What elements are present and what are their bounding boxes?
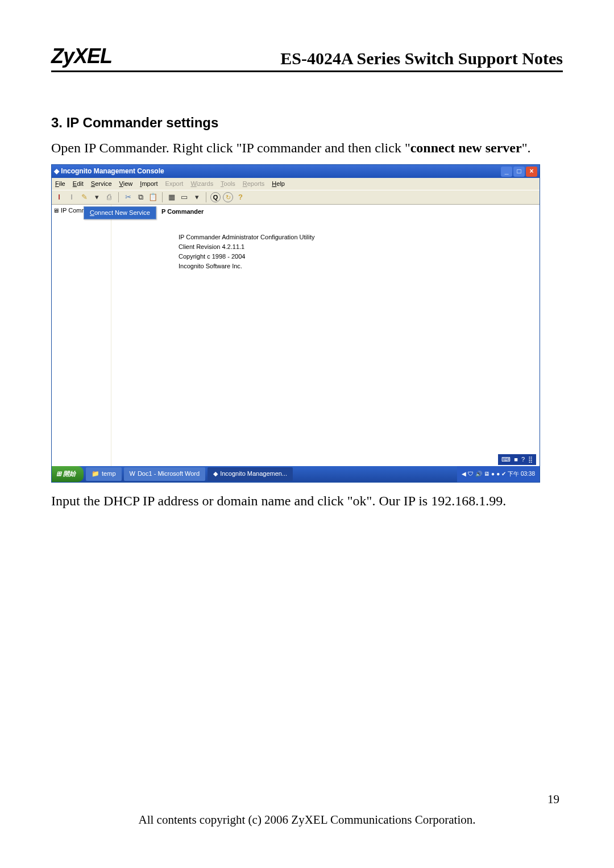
folder-icon: 📁 [92, 469, 99, 479]
toolbar: I I ✎ ▾ ⎙ ✂ ⧉ 📋 ▦ ▭ ▾ Q ↻ ? [52, 190, 540, 205]
content-pane: P Commander IP Commander Administrator C… [111, 205, 540, 466]
maximize-button[interactable]: □ [513, 167, 525, 177]
client-area: 🖥 IP Commander Connect New Service P Com… [52, 205, 540, 466]
content-line2: Client Revision 4.2.11.1 [179, 242, 535, 252]
content-line4: Incognito Software Inc. [179, 261, 535, 271]
opts-icon[interactable]: ⣿ [528, 455, 533, 464]
menu-import[interactable]: Import [140, 180, 157, 187]
menu-reports: Reports [243, 180, 265, 187]
tray-icon5[interactable]: ● [491, 470, 495, 479]
document-page: ZyXEL ES-4024A Series Switch Support Not… [0, 0, 614, 868]
tool-doc-icon[interactable]: ▭ [179, 192, 189, 202]
menu-edit[interactable]: Edit [73, 180, 84, 187]
tool-refresh-icon[interactable]: ↻ [223, 192, 233, 202]
content-line1: IP Commander Administrator Configuration… [179, 232, 535, 242]
toolbar-sep3 [206, 192, 206, 202]
tray-icon7[interactable]: ✔ [501, 470, 506, 479]
windows-icon: ⊞ [56, 469, 61, 479]
language-bar[interactable]: ⌨ ■ ? ⣿ [498, 454, 536, 465]
tool-server2-icon[interactable]: I [67, 192, 77, 202]
taskbar: ⊞ 開始 📁 temp W Doc1 - Microsoft Word ◆ In… [52, 466, 540, 482]
doc-title: ES-4024A Series Switch Support Notes [280, 49, 563, 68]
content-title: P Commander [161, 207, 535, 217]
tray-time: 下午 03:38 [508, 470, 535, 479]
p1-text-b: connect new server [410, 140, 522, 155]
toolbar-sep [118, 192, 119, 202]
ime-icon[interactable]: ⌨ [501, 455, 511, 464]
toolbar-sep2 [162, 192, 163, 202]
host-icon: 🖥 [53, 206, 59, 215]
page-footer: All contents copyright (c) 2006 ZyXEL Co… [0, 813, 614, 827]
tray-icon6[interactable]: ● [496, 470, 500, 479]
paragraph-2: Input the DHCP IP address or domain name… [51, 491, 563, 512]
p1-text-c: ". [522, 140, 531, 155]
system-tray[interactable]: ◀ 🛡 🔊 🖥 ● ● ✔ 下午 03:38 [457, 466, 540, 482]
taskbar-btn-incognito[interactable]: ◆ Incognito Managemen... [208, 467, 293, 480]
tool-dd-icon[interactable]: ▾ [192, 192, 202, 202]
taskbar-btn1-label: temp [102, 469, 115, 479]
tool-copy-icon[interactable]: ⧉ [135, 192, 146, 202]
tool-help-icon[interactable]: ? [235, 192, 246, 202]
kb-icon[interactable]: ■ [514, 455, 518, 464]
window-titlebar[interactable]: ◆ Incognito Management Console _ □ × [52, 165, 540, 178]
menu-view[interactable]: View [119, 180, 133, 187]
tool-folder-icon[interactable]: ✎ [79, 192, 89, 202]
tray-icon2[interactable]: 🛡 [468, 470, 474, 479]
window-title: Incognito Management Console [61, 166, 164, 177]
start-button[interactable]: ⊞ 開始 [52, 466, 84, 482]
tool-server-icon[interactable]: I [54, 192, 64, 202]
menu-wizards: Wizards [190, 180, 213, 187]
app-icon: ◆ [213, 469, 218, 479]
taskbar-btn2-label: Doc1 - Microsoft Word [138, 469, 200, 479]
window-icon: ◆ [54, 166, 59, 177]
tool-print-icon[interactable]: ⎙ [104, 192, 114, 202]
tool-dropdown-icon[interactable]: ▾ [92, 192, 102, 202]
menu-file[interactable]: File [55, 180, 65, 187]
menu-tools: Tools [221, 180, 235, 187]
menu-help[interactable]: Help [272, 180, 285, 187]
app-window: ◆ Incognito Management Console _ □ × Fil… [51, 164, 540, 483]
context-connect-item[interactable]: Connect New Service [84, 207, 156, 219]
taskbar-btn3-label: Incognito Managemen... [220, 469, 287, 479]
tool-cut-icon[interactable]: ✂ [123, 192, 133, 202]
embedded-screenshot: ◆ Incognito Management Console _ □ × Fil… [51, 164, 540, 483]
content-line3: Copyright c 1998 - 2004 [179, 252, 535, 261]
tray-icon4[interactable]: 🖥 [484, 470, 489, 479]
tray-icon[interactable]: ◀ [462, 470, 466, 479]
page-header: ZyXEL ES-4024A Series Switch Support Not… [51, 0, 563, 72]
page-body: 3. IP Commander settings Open IP Command… [0, 72, 614, 512]
tree-pane[interactable]: 🖥 IP Commander [52, 205, 111, 466]
taskbar-btn-temp[interactable]: 📁 temp [86, 467, 121, 480]
menu-export: Export [165, 180, 184, 187]
tray-icon3[interactable]: 🔊 [475, 470, 482, 479]
brand-logo: ZyXEL [51, 44, 112, 68]
context-menu: Connect New Service [84, 206, 156, 219]
start-label: 開始 [63, 469, 76, 479]
menu-bar: File Edit Service View Import Export Wiz… [52, 178, 540, 190]
help-icon[interactable]: ? [521, 455, 525, 464]
p1-text-a: Open IP Commander. Right click "IP comma… [51, 140, 410, 155]
word-icon: W [130, 469, 135, 479]
section-heading: 3. IP Commander settings [51, 112, 563, 133]
menu-service[interactable]: Service [91, 180, 112, 187]
minimize-button[interactable]: _ [501, 167, 512, 177]
close-button[interactable]: × [526, 167, 537, 177]
taskbar-btn-word[interactable]: W Doc1 - Microsoft Word [124, 467, 206, 480]
tool-zoom-icon[interactable]: Q [210, 192, 221, 202]
tool-paste-icon[interactable]: 📋 [148, 192, 158, 202]
tool-grid-icon[interactable]: ▦ [167, 192, 177, 202]
page-number: 19 [547, 792, 559, 807]
paragraph-1: Open IP Commander. Right click "IP comma… [51, 138, 563, 159]
